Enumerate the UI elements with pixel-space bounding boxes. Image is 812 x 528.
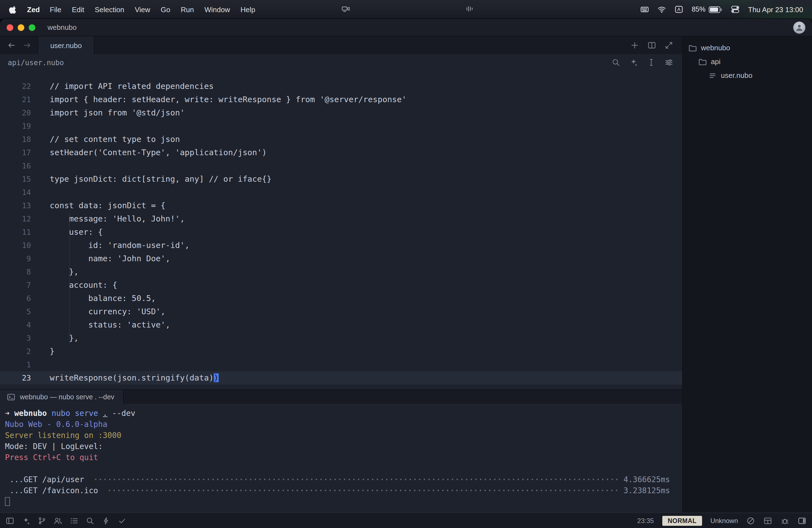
code-text: currency: 'USD', <box>50 305 165 318</box>
code-text: const data: jsonDict = { <box>50 199 165 212</box>
svg-text:A: A <box>678 7 681 12</box>
project-item-user.nubo[interactable]: user.nubo <box>683 69 812 82</box>
control-center-icon[interactable] <box>731 5 740 14</box>
code-line[interactable]: 20import json from '@std/json' <box>0 106 682 119</box>
code-text: balance: 50.5, <box>50 292 156 305</box>
code-line[interactable]: 11 user: { <box>0 225 682 239</box>
code-line[interactable]: 8 }, <box>0 265 682 278</box>
battery-indicator[interactable]: 85% <box>692 5 723 13</box>
terminal-line <box>5 463 682 474</box>
user-avatar[interactable] <box>793 21 806 33</box>
request-duration: 4.366625ms <box>623 474 670 485</box>
terminal-tab[interactable]: webnubo — nubo serve . --dev <box>0 390 124 404</box>
buffer-search-icon[interactable] <box>611 58 620 67</box>
line-number: 18 <box>0 133 31 146</box>
maximize-icon[interactable] <box>665 41 673 50</box>
outline-icon[interactable] <box>70 516 78 525</box>
language-selector[interactable]: Unknown <box>710 517 738 524</box>
assistant-icon[interactable] <box>21 516 30 525</box>
minimize-button[interactable] <box>18 24 24 31</box>
tab-bar: user.nubo <box>0 36 682 54</box>
code-text: import json from '@std/json' <box>50 106 185 119</box>
line-number: 8 <box>0 265 31 278</box>
code-line[interactable]: 9 name: 'John Doe', <box>0 252 682 265</box>
project-item-api[interactable]: api <box>683 55 812 69</box>
code-line[interactable]: 2} <box>0 344 682 358</box>
code-line[interactable]: 7 account: { <box>0 278 682 292</box>
menu-go[interactable]: Go <box>161 5 170 14</box>
inline-assist-icon[interactable] <box>629 58 638 67</box>
layout-icon[interactable] <box>764 516 772 525</box>
menu-view[interactable]: View <box>135 5 150 14</box>
app-menu-name[interactable]: Zed <box>27 5 40 14</box>
menu-bar-clock[interactable]: Thu Apr 23 13:00 <box>748 5 803 14</box>
code-line-current[interactable]: 23writeResponse(json.stringify(data)) <box>0 371 682 384</box>
code-line[interactable]: 13const data: jsonDict = { <box>0 199 682 212</box>
indent-guide <box>69 225 70 239</box>
vim-mode-indicator[interactable]: NORMAL <box>662 516 702 526</box>
runnables-icon[interactable] <box>102 516 111 525</box>
code-text: }, <box>50 332 79 344</box>
line-number: 12 <box>0 212 31 225</box>
git-branch-icon[interactable] <box>38 516 46 525</box>
cursor-position[interactable]: 23:35 <box>637 517 654 524</box>
menu-selection[interactable]: Selection <box>95 5 124 14</box>
navigate-forward-icon[interactable] <box>21 39 33 52</box>
cursor-select-icon[interactable] <box>647 58 656 67</box>
indent-guide <box>69 318 70 332</box>
code-line[interactable]: 19 <box>0 119 682 133</box>
code-line[interactable]: 14 <box>0 186 682 199</box>
code-line[interactable]: 16 <box>0 159 682 172</box>
indent-guide <box>69 212 70 225</box>
new-tab-icon[interactable] <box>630 41 639 50</box>
code-line[interactable]: 6 balance: 50.5, <box>0 292 682 305</box>
indent-guide <box>69 239 70 252</box>
wifi-icon[interactable] <box>657 5 666 14</box>
menu-edit[interactable]: Edit <box>72 5 84 14</box>
code-text: import { header: setHeader, write: write… <box>50 93 407 106</box>
menu-help[interactable]: Help <box>241 5 256 14</box>
menu-window[interactable]: Window <box>204 5 230 14</box>
diagnostics-icon[interactable] <box>118 516 127 525</box>
toggle-project-panel-icon[interactable] <box>5 516 14 525</box>
code-text: account: { <box>50 278 117 292</box>
code-line[interactable]: 4 status: 'active', <box>0 318 682 332</box>
indent-guide <box>69 332 70 344</box>
editor-lines: 22// import API related dependencies21im… <box>0 79 682 384</box>
code-line[interactable]: 21import { header: setHeader, write: wri… <box>0 93 682 106</box>
project-search-icon[interactable] <box>86 516 95 525</box>
project-item-webnubo[interactable]: webnubo <box>683 41 812 55</box>
zoom-button[interactable] <box>29 24 35 31</box>
split-pane-icon[interactable] <box>648 41 656 50</box>
code-line[interactable]: 18// set content type to json <box>0 133 682 146</box>
menu-run[interactable]: Run <box>181 5 194 14</box>
menu-file[interactable]: File <box>50 5 61 14</box>
code-line[interactable]: 15type jsonDict: dict[string, any] // or… <box>0 172 682 186</box>
code-line[interactable]: 1 <box>0 358 682 371</box>
close-button[interactable] <box>6 24 13 31</box>
keyboard-icon[interactable] <box>640 5 649 14</box>
code-line[interactable]: 22// import API related dependencies <box>0 79 682 93</box>
line-number: 7 <box>0 278 31 292</box>
tab-user.nubo[interactable]: user.nubo <box>38 36 95 54</box>
dock-right-icon[interactable] <box>798 516 807 525</box>
code-line[interactable]: 5 currency: 'USD', <box>0 305 682 318</box>
editor[interactable]: 22// import API related dependencies21im… <box>0 71 682 390</box>
line-number: 16 <box>0 159 31 172</box>
collaboration-icon[interactable] <box>54 516 62 525</box>
terminal[interactable]: ➜ webnubo nubo serve . --devNubo Web - 0… <box>0 404 682 513</box>
tab-label: user.nubo <box>50 41 82 49</box>
breadcrumb[interactable]: api/user.nubo <box>8 58 64 67</box>
debugger-icon[interactable] <box>781 516 789 525</box>
code-line[interactable]: 10 id: 'random-user-id', <box>0 239 682 252</box>
code-line[interactable]: 12 message: 'Hello, John!', <box>0 212 682 225</box>
line-number: 19 <box>0 119 31 133</box>
code-line[interactable]: 3 }, <box>0 332 682 344</box>
ai-disabled-icon[interactable] <box>746 516 755 525</box>
apple-menu-icon[interactable] <box>9 5 17 14</box>
line-number: 1 <box>0 358 31 371</box>
input-source-icon[interactable]: A <box>675 5 683 14</box>
code-line[interactable]: 17setHeader('Content-Type', 'application… <box>0 146 682 159</box>
editor-controls-icon[interactable] <box>665 58 673 67</box>
navigate-back-icon[interactable] <box>5 39 18 52</box>
